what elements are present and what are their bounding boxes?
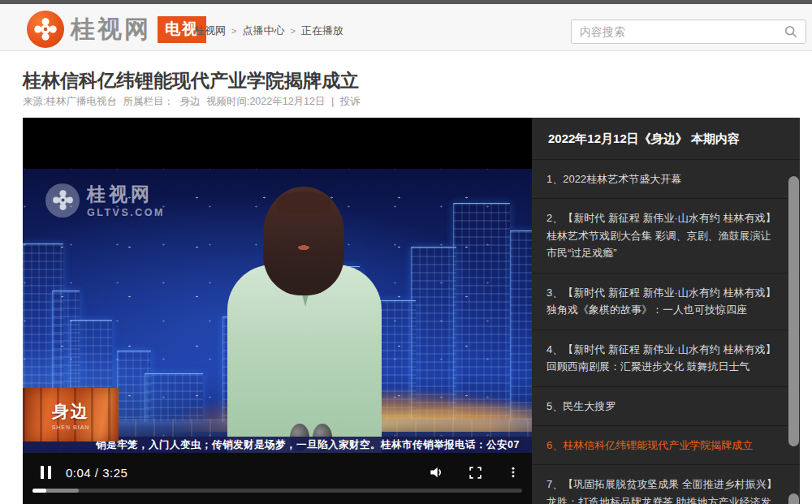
site-logo[interactable]: 桂视网 电视: [27, 11, 206, 48]
meta-source: 来源:桂林广播电视台: [23, 96, 117, 107]
playlist-panel: 2022年12月12日《身边》 本期内容 1、2022桂林艺术节盛大开幕2、【新…: [532, 118, 800, 504]
watermark-title: 桂视网: [87, 182, 165, 207]
player-controls: 0:04 / 3:25: [23, 453, 532, 504]
article-meta: 来源:桂林广播电视台 所属栏目： 身边 视频时间:2022年12月12日 | 投…: [23, 95, 364, 109]
more-options-icon: [507, 465, 520, 480]
site-name: 桂视网: [71, 13, 151, 46]
time-display: 0:04 / 3:25: [66, 466, 127, 480]
watermark-gear-icon: [45, 183, 80, 218]
meta-category-label: 所属栏目：: [123, 96, 174, 107]
meta-time: 视频时间:2022年12月12日: [206, 96, 326, 107]
anchor-hair-fringe: [277, 192, 330, 214]
breadcrumb-separator: >: [231, 26, 236, 36]
program-logo-title: 身边: [52, 400, 89, 423]
scrollbar-thumb[interactable]: [788, 493, 799, 504]
page-title: 桂林信科亿纬锂能现代产业学院揭牌成立: [23, 68, 359, 93]
program-logo-subtitle: SHEN BIAN: [52, 424, 90, 430]
fullscreen-button[interactable]: [465, 463, 485, 482]
scrollbar-thumb[interactable]: [788, 176, 799, 446]
watermark-domain: GLTVS.COM: [87, 207, 165, 218]
search-icon[interactable]: [784, 24, 798, 39]
volume-button[interactable]: [426, 463, 446, 482]
breadcrumb-item: 正在播放: [301, 24, 343, 37]
playlist-item[interactable]: 4、【新时代 新征程 新伟业·山水有约 桂林有戏】回顾西南剧展：汇聚进步文化 鼓…: [532, 330, 800, 387]
playlist-item[interactable]: 7、【巩固拓展脱贫攻坚成果 全面推进乡村振兴】龙胜：打造地标品牌龙脊茶 助推地方…: [532, 465, 800, 504]
search-box: [571, 19, 806, 44]
video-scene[interactable]: 桂视网 GLTVS.COM 身边 SHEN BIAN 销是牢笼，入门人变虫；传销…: [23, 169, 532, 453]
site-header: 桂视网 电视 桂视网>点播中心>正在播放: [0, 4, 812, 51]
video-player: 桂视网 GLTVS.COM 身边 SHEN BIAN 销是牢笼，入门人变虫；传销…: [23, 118, 532, 504]
breadcrumb-separator: >: [290, 26, 295, 36]
video-watermark: 桂视网 GLTVS.COM: [45, 182, 165, 218]
ticker-text: 销是牢笼，入门人变虫；传销发财是场梦，一旦陷入家财空。桂林市传销举报电话：公安0…: [96, 437, 520, 453]
more-options-button[interactable]: [503, 463, 523, 482]
playlist-item[interactable]: 6、桂林信科亿纬锂能现代产业学院揭牌成立: [532, 426, 800, 465]
logo-gear-icon: [27, 11, 64, 48]
playlist-item[interactable]: 1、2022桂林艺术节盛大开幕: [532, 160, 800, 199]
breadcrumb-item[interactable]: 点播中心: [242, 24, 284, 37]
playlist-items: 1、2022桂林艺术节盛大开幕2、【新时代 新征程 新伟业·山水有约 桂林有戏】…: [532, 160, 800, 504]
corner-program-logo: 身边 SHEN BIAN: [23, 388, 119, 442]
meta-divider: |: [331, 96, 334, 107]
playlist-item[interactable]: 3、【新时代 新征程 新伟业·山水有约 桂林有戏】独角戏《象棋的故事》：一人也可…: [532, 274, 800, 330]
breadcrumb-item[interactable]: 桂视网: [194, 24, 226, 37]
breadcrumb: 桂视网>点播中心>正在播放: [192, 24, 345, 38]
pause-button[interactable]: [37, 463, 54, 482]
meta-category-link[interactable]: 身边: [179, 96, 200, 107]
progress-played: [32, 489, 46, 493]
complaint-link[interactable]: 投诉: [340, 96, 361, 107]
volume-icon: [428, 464, 444, 480]
search-input[interactable]: [572, 25, 784, 38]
playlist-scrollbar[interactable]: [788, 158, 799, 504]
progress-bar[interactable]: [32, 489, 522, 493]
playlist-item[interactable]: 5、民生大搜罗: [532, 387, 800, 426]
playlist-item[interactable]: 2、【新时代 新征程 新伟业·山水有约 桂林有戏】桂林艺术节戏剧大合集 彩调、京…: [532, 199, 800, 273]
fullscreen-icon: [469, 466, 482, 480]
playlist-heading: 2022年12月12日《身边》 本期内容: [532, 118, 800, 160]
